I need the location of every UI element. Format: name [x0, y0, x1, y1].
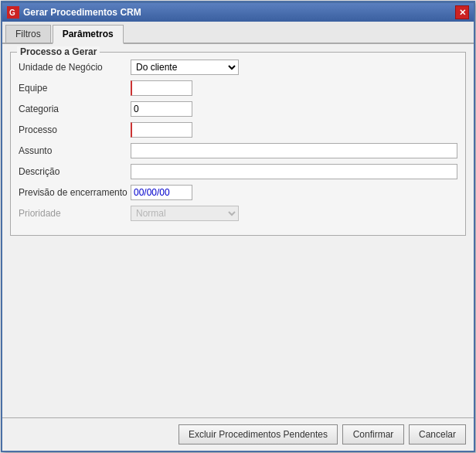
main-window: G Gerar Procedimentos CRM ✕ Filtros Parâ… [1, 1, 475, 452]
select-unidade-negocio[interactable]: Do cliente Própria [131, 60, 239, 75]
control-unidade-negocio: Do cliente Própria [131, 60, 457, 75]
control-equipe [131, 80, 457, 96]
label-unidade-negocio: Unidade de Negócio [19, 62, 131, 73]
footer: Excluir Procedimentos Pendentes Confirma… [2, 417, 474, 451]
input-previsao[interactable] [131, 185, 192, 200]
control-assunto [131, 143, 457, 158]
cancelar-button[interactable]: Cancelar [409, 424, 466, 444]
row-equipe: Equipe [19, 80, 457, 97]
input-processo[interactable] [131, 122, 192, 138]
tabs-bar: Filtros Parâmetros [2, 22, 474, 44]
select-prioridade[interactable]: Normal Alta Baixa [131, 206, 239, 221]
input-categoria[interactable] [131, 101, 192, 117]
tab-parametros[interactable]: Parâmetros [53, 25, 124, 44]
label-processo: Processo [19, 124, 131, 135]
title-bar: G Gerar Procedimentos CRM ✕ [2, 3, 474, 22]
row-assunto: Assunto [19, 142, 457, 159]
control-categoria [131, 101, 457, 117]
app-icon: G [7, 6, 19, 19]
control-previsao [131, 185, 457, 200]
row-unidade-negocio: Unidade de Negócio Do cliente Própria [19, 59, 457, 76]
window-title: Gerar Procedimentos CRM [23, 7, 141, 18]
row-previsao: Previsão de encerramento [19, 184, 457, 201]
svg-text:G: G [9, 9, 15, 17]
control-processo [131, 122, 457, 138]
label-descricao: Descrição [19, 166, 131, 177]
label-prioridade: Prioridade [19, 208, 131, 219]
title-bar-left: G Gerar Procedimentos CRM [7, 6, 141, 19]
input-assunto[interactable] [131, 143, 457, 158]
label-previsao: Previsão de encerramento [19, 187, 131, 198]
input-equipe[interactable] [131, 80, 192, 96]
input-descricao[interactable] [131, 164, 457, 179]
confirmar-button[interactable]: Confirmar [342, 424, 404, 444]
label-categoria: Categoria [19, 104, 131, 114]
group-title: Processo a Gerar [17, 46, 100, 57]
group-processo-a-gerar: Processo a Gerar Unidade de Negócio Do c… [10, 52, 466, 236]
tab-filtros[interactable]: Filtros [5, 25, 51, 43]
row-prioridade: Prioridade Normal Alta Baixa [19, 205, 457, 222]
content-area: Processo a Gerar Unidade de Negócio Do c… [2, 44, 474, 417]
control-prioridade: Normal Alta Baixa [131, 206, 457, 221]
control-descricao [131, 164, 457, 179]
close-button[interactable]: ✕ [455, 5, 469, 19]
label-equipe: Equipe [19, 83, 131, 94]
excluir-button[interactable]: Excluir Procedimentos Pendentes [178, 424, 338, 444]
row-categoria: Categoria [19, 100, 457, 118]
row-descricao: Descrição [19, 163, 457, 180]
label-assunto: Assunto [19, 145, 131, 156]
row-processo: Processo [19, 121, 457, 138]
